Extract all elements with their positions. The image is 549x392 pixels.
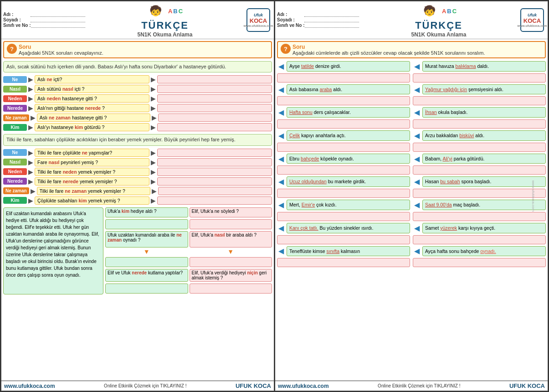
qa-answer <box>157 149 272 157</box>
keyword-kim: Kim <box>3 124 27 131</box>
arrow-icon: ▶ <box>151 104 156 112</box>
abc-icon: ABC <box>442 8 457 15</box>
arrow-blue-icon: ◀ <box>413 131 421 140</box>
arrow-icon: ▶ <box>151 197 156 204</box>
arrow-blue-icon: ◀ <box>413 108 421 117</box>
sentence-pair-3: ◀ Çelik kapıyı anahtarla açtı. ◀ Arzu ba… <box>277 130 546 152</box>
arrow-icon: ▶ <box>151 76 156 83</box>
qa-answer <box>157 177 272 186</box>
soyadi-label: Soyadı : <box>3 17 31 22</box>
arrow-blue-icon: ◀ <box>413 247 421 256</box>
sentence-box: Teneffüste kimse sınıfta kalmasın <box>287 246 410 257</box>
footer-brand: UFUK KOCA <box>236 382 271 389</box>
arrow-blue-icon: ◀ <box>277 154 285 163</box>
answer-box <box>277 212 410 221</box>
sentence-row: ◀ Kanı çok tatlı. Bu yüzden sinekler ısı… <box>277 223 410 233</box>
sentence-box: Saat 9.00'da maç başladı. <box>422 200 546 210</box>
kids-icon: 🧒 <box>147 2 164 20</box>
qa-answer-empty <box>190 284 272 294</box>
sentence-box: Hasan bu sabah spora başladı. <box>422 176 546 187</box>
arrow-icon: ▶ <box>151 124 156 131</box>
right-page-subtitle: 5N1K Okuma Anlama <box>359 31 518 38</box>
answer-box <box>277 73 410 83</box>
sentence-box: Ayşe tatilde denize girdi. <box>287 61 410 72</box>
left-title-block: 🧒 ABC TÜRKÇE 5N1K Okuma Anlama <box>85 2 245 38</box>
qa-answer-empty <box>105 257 188 267</box>
left-header: Adı : Soyadı : Sınıfı ve No : 🧒 <box>1 1 274 39</box>
qa-question: Aslı ne içti? <box>35 75 149 83</box>
arrow-blue-icon: ◀ <box>277 85 285 94</box>
left-col: ◀ Mert, Emir'e çok kızdı. <box>277 200 410 221</box>
qa-answer <box>157 123 272 131</box>
arrow-blue-icon: ◀ <box>413 200 421 209</box>
table-row <box>105 284 272 294</box>
arrow-blue-icon: ◀ <box>413 177 421 186</box>
footer-site: www.ufukkoca.com <box>278 383 329 389</box>
left-col: ◀ Ayşe tatilde denize girdi. <box>277 61 410 83</box>
right-col: ◀ Ayça hafta sonu bahçede oynadı. <box>413 246 546 268</box>
sentence-box: Ucuz olduğundan bu markete girdik. <box>287 176 410 187</box>
qa-question: Aslı neden hastaneye gitti ? <box>35 94 149 103</box>
qa-answer-empty <box>190 257 272 267</box>
arrow-icon: ▶ <box>28 104 33 112</box>
sentence-row: ◀ Çelik kapıyı anahtarla açtı. <box>277 130 410 141</box>
answer-box <box>277 119 410 129</box>
soru-icon: ? <box>7 44 17 54</box>
sentence-box: Samet yüzerek karşı kıyıya geçti. <box>422 223 546 233</box>
left-col: ◀ Aslı babasına araba aldı. <box>277 84 410 106</box>
right-soru-block: ? Soru Aşağıdaki cümlelerde altı çizili … <box>277 41 546 58</box>
qa1-container: Ne ▶ Aslı ne içti? ▶ Nasıl ▶ Aslı sütünü… <box>3 75 272 131</box>
qa-answer <box>158 187 272 195</box>
arrow-blue-icon: ◀ <box>277 247 285 256</box>
left-col: ◀ Çelik kapıyı anahtarla açtı. <box>277 130 410 152</box>
keyword-kim: Kim <box>3 197 27 204</box>
left-logo: Ufuk KOCA www.ufukkoca.com <box>245 8 272 32</box>
sentence-row: ◀ Ayça hafta sonu bahçede oynadı. <box>413 246 546 257</box>
arrow-icon: ▶ <box>151 95 156 102</box>
soru-text: Aşağıdaki cümlelerde altı çizili sözcükl… <box>292 50 485 56</box>
left-soru-block: ? Soru Aşağıdaki 5N1K soruları cevaplayı… <box>3 41 272 58</box>
left-col: ◀ Ucuz olduğundan bu markete girdik. <box>277 176 410 198</box>
passage3-section: Elif uzaktan kumandalı arabasını Ufuk'a … <box>3 207 272 294</box>
qa-question: Aslı ne zaman hastaneye gitti ? <box>37 113 151 122</box>
sentence-box: Arzu bakkaldan bisküvi aldı. <box>422 130 546 141</box>
sentence-row: ◀ Samet yüzerek karşı kıyıya geçti. <box>413 223 546 233</box>
right-col: ◀ Hasan bu sabah spora başladı. <box>413 176 546 198</box>
sentence-box: Ebru bahçede köpekle oynadı. <box>287 154 410 164</box>
sentence-pair-5: ◀ Ucuz olduğundan bu markete girdik. ◀ H… <box>277 176 546 198</box>
sentence-box: Hafta sonu ders çalışacaklar. <box>287 107 410 118</box>
table-row: Kim ▶ Çöplükte sabahları kim yemek yemiş… <box>3 196 272 205</box>
right-col: ◀ Arzu bakkaldan bisküvi aldı. <box>413 130 546 152</box>
sentence-row: ◀ Ucuz olduğundan bu markete girdik. <box>277 176 410 187</box>
sinif-label: Sınıfı ve No : <box>277 23 305 28</box>
answer-box <box>277 165 410 175</box>
qa-question: Tilki ile fare çöplükte ne yapmışlar? <box>35 149 149 157</box>
sentence-pair-6: ◀ Mert, Emir'e çok kızdı. ◀ Saat 9.00'da… <box>277 200 546 221</box>
qa-question: Aslı'nın gittiği hastane nerede ? <box>35 104 149 112</box>
sentence-box: Yağmur yağdığı için şemsiyesini aldı. <box>422 84 546 95</box>
keyword-ne: Ne <box>3 76 27 83</box>
sentence-box: Aslı babasına araba aldı. <box>287 84 410 95</box>
arrow-blue-icon: ◀ <box>277 200 285 209</box>
right-logo: Ufuk KOCA www.ufukkoca.com <box>518 8 546 32</box>
answer-box <box>413 258 546 267</box>
arrow-blue-icon: ◀ <box>413 154 421 163</box>
table-row: Neden ▶ Tilki ile fare neden yemek yemiş… <box>3 168 272 176</box>
right-col: ◀ İhsan okula başladı. <box>413 107 546 129</box>
table-row: Nerede ▶ Tilki ile fare nerede yemek yem… <box>3 177 272 186</box>
sinif-label: Sınıfı ve No : <box>3 23 31 28</box>
sentence-box: Mert, Emir'e çok kızdı. <box>287 200 410 210</box>
qa-answer <box>157 196 272 205</box>
abc-icon: ABC <box>168 8 183 15</box>
sentence-row: ◀ Teneffüste kimse sınıfta kalmasın <box>277 246 410 257</box>
adi-label: Adı : <box>3 12 31 17</box>
table-row: Ne ▶ Aslı ne içti? ▶ <box>3 75 272 83</box>
keyword-neden: Neden <box>3 168 27 175</box>
left-fields: Adı : Soyadı : Sınıfı ve No : <box>3 12 85 28</box>
qa-question: Aslı'yı hastaneye kim götürdü ? <box>35 123 149 131</box>
right-footer: www.ufukkoca.com Online Etkinlik Çözmek … <box>275 381 548 391</box>
footer-middle: Online Etkinlik Çözmek için TIKLAYINIZ ! <box>104 383 186 388</box>
right-col: ◀ Samet yüzerek karşı kıyıya geçti. <box>413 223 546 244</box>
table-row: Nasıl ▶ Aslı sütünü nasıl içti ? ▶ <box>3 85 272 93</box>
table-row: Ufuk'a kim hediye aldı ? Elif, Ufuk'a ne… <box>105 207 272 217</box>
